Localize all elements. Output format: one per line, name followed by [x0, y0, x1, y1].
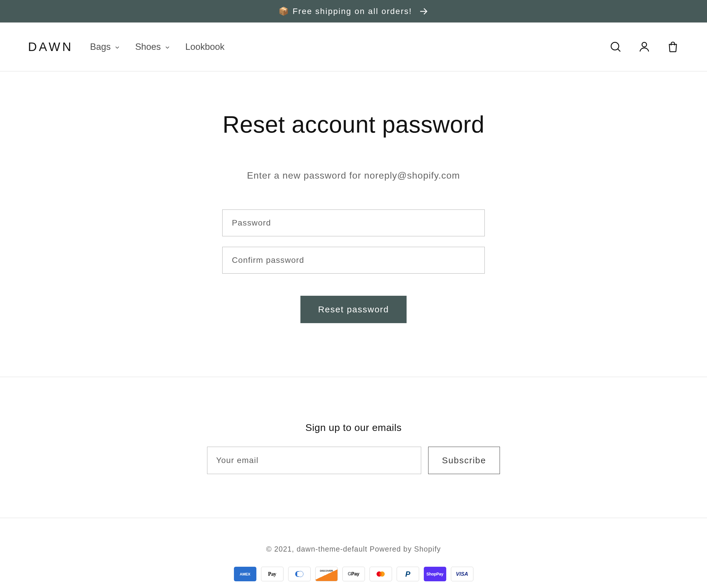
payment-diners-icon: [288, 567, 311, 581]
subscribe-button[interactable]: Subscribe: [428, 447, 500, 474]
payment-discover-icon: DISCOVER: [315, 567, 338, 581]
reset-password-button[interactable]: Reset password: [300, 296, 406, 323]
nav-shoes[interactable]: Shoes: [135, 42, 171, 52]
main-content: Reset account password Enter a new passw…: [0, 71, 707, 377]
user-icon: [638, 41, 650, 53]
site-footer: © 2021, dawn-theme-default Powered by Sh…: [0, 518, 707, 588]
nav-lookbook[interactable]: Lookbook: [185, 42, 224, 52]
announcement-bar[interactable]: 📦 Free shipping on all orders!: [0, 0, 707, 23]
search-button[interactable]: [610, 41, 622, 53]
site-header: DAWN Bags Shoes Lookbook: [0, 23, 707, 71]
email-field[interactable]: Your email: [207, 447, 421, 474]
nav-shoes-label: Shoes: [135, 42, 161, 52]
payment-visa-icon: VISA: [451, 567, 473, 581]
svg-line-2: [618, 49, 620, 51]
intro-text: Enter a new password for noreply@shopify…: [247, 170, 460, 181]
chevron-down-icon: [114, 44, 121, 51]
confirm-password-field[interactable]: Confirm password: [222, 247, 485, 273]
svg-point-3: [642, 42, 647, 47]
payment-shoppay-icon: ShopPay: [424, 567, 446, 581]
svg-point-1: [611, 42, 619, 50]
email-placeholder: Your email: [216, 456, 259, 465]
nav-lookbook-label: Lookbook: [185, 42, 224, 52]
bag-icon: [667, 41, 679, 53]
confirm-password-label: Confirm password: [232, 256, 304, 265]
payment-methods: AMEX Pay DISCOVER G Pay P ShopPay VISA: [234, 567, 473, 581]
arrow-right-icon: [418, 6, 429, 16]
password-field[interactable]: Password: [222, 210, 485, 236]
payment-applepay-icon: Pay: [261, 567, 283, 581]
payment-amex-icon: AMEX: [234, 567, 257, 581]
chevron-down-icon: [164, 44, 171, 51]
payment-mastercard-icon: [370, 567, 392, 581]
payment-googlepay-icon: G Pay: [342, 567, 365, 581]
logo[interactable]: DAWN: [28, 40, 73, 54]
nav-bags-label: Bags: [90, 42, 111, 52]
newsletter-section: Sign up to our emails Your email Subscri…: [0, 377, 707, 518]
newsletter-title: Sign up to our emails: [305, 422, 402, 433]
announcement-text: 📦 Free shipping on all orders!: [278, 6, 412, 16]
password-label: Password: [232, 218, 271, 228]
primary-nav: Bags Shoes Lookbook: [90, 42, 225, 52]
payment-paypal-icon: P: [397, 567, 419, 581]
nav-bags[interactable]: Bags: [90, 42, 121, 52]
header-icons: [610, 41, 679, 53]
svg-rect-6: [297, 572, 299, 576]
copyright-text: © 2021, dawn-theme-default Powered by Sh…: [266, 545, 441, 553]
newsletter-form: Your email Subscribe: [207, 447, 500, 474]
search-icon: [610, 41, 622, 53]
account-button[interactable]: [638, 41, 650, 53]
page-title: Reset account password: [223, 111, 484, 138]
cart-button[interactable]: [667, 41, 679, 53]
